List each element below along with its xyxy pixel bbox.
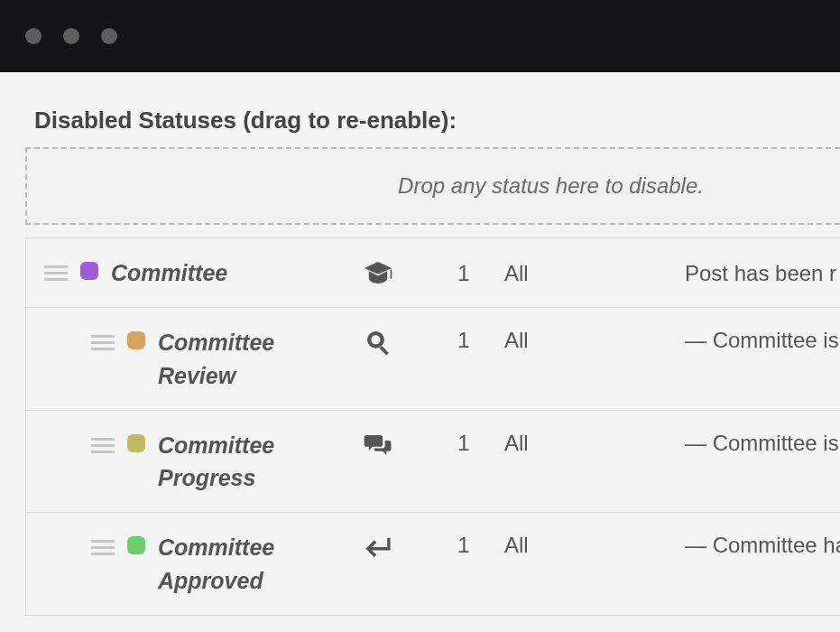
window-titlebar (0, 0, 840, 72)
status-name-cell: Committee Approved (26, 531, 333, 597)
status-row[interactable]: Committee Review 1 All — Committee is (26, 308, 840, 411)
dropzone-hint: Drop any status here to disable. (163, 173, 704, 199)
drag-handle-icon[interactable] (91, 540, 115, 555)
return-icon (333, 531, 423, 563)
status-scope: All (504, 531, 685, 558)
status-name-cell: Committee (26, 256, 333, 289)
status-count: 1 (423, 259, 504, 286)
titlebar-dot[interactable] (63, 28, 79, 44)
status-scope: All (504, 429, 685, 456)
status-row[interactable]: Committee Progress 1 All — Committee is (26, 411, 840, 514)
status-count: 1 (423, 531, 504, 558)
titlebar-dot[interactable] (25, 28, 42, 44)
status-name: Committee Review (158, 326, 333, 392)
graduation-cap-icon (333, 256, 423, 289)
status-description: — Committee is (685, 326, 840, 353)
section-title: Disabled Statuses (drag to re-enable): (25, 72, 840, 147)
content-area: Disabled Statuses (drag to re-enable): D… (0, 72, 840, 616)
status-name-cell: Committee Progress (26, 429, 333, 495)
status-color-swatch (80, 262, 98, 280)
status-row[interactable]: Committee 1 All Post has been r (26, 238, 840, 308)
status-description: Post has been r (685, 259, 840, 286)
drag-handle-icon[interactable] (91, 335, 115, 350)
status-row[interactable]: Committee Approved 1 All — Committee ha (26, 513, 840, 616)
disable-dropzone[interactable]: Drop any status here to disable. (25, 147, 840, 225)
drag-handle-icon[interactable] (91, 438, 115, 453)
status-name-cell: Committee Review (26, 326, 333, 392)
status-list: Committee 1 All Post has been r Committe… (25, 237, 840, 616)
status-count: 1 (423, 429, 504, 456)
comments-icon (333, 429, 423, 461)
drag-handle-icon[interactable] (44, 265, 68, 281)
status-color-swatch (127, 536, 145, 554)
status-name: Committee Progress (158, 429, 333, 495)
status-color-swatch (127, 434, 145, 452)
search-icon (333, 326, 423, 358)
titlebar-dot[interactable] (101, 28, 117, 44)
status-description: — Committee ha (685, 531, 840, 558)
status-name: Committee (111, 256, 227, 289)
status-scope: All (504, 259, 685, 286)
status-description: — Committee is (685, 429, 840, 456)
status-name: Committee Approved (158, 531, 333, 597)
status-scope: All (504, 326, 685, 353)
status-color-swatch (127, 331, 145, 349)
status-count: 1 (423, 326, 504, 353)
